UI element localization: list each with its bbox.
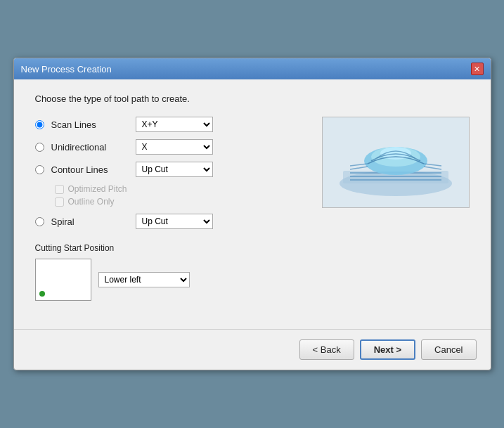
scan-lines-dropdown[interactable]: X+Y X Y <box>136 117 213 132</box>
scan-lines-row: Scan Lines X+Y X Y <box>35 117 308 132</box>
cutting-start-area: Lower left Lower right Upper left Upper … <box>35 259 308 301</box>
close-button[interactable]: ✕ <box>471 63 484 75</box>
dialog-title: New Process Creation <box>21 64 112 74</box>
dialog-window: New Process Creation ✕ Choose the type o… <box>13 58 491 370</box>
outline-only-label: Outline Only <box>68 197 115 207</box>
dialog-content: Choose the type of tool path to create. … <box>14 79 491 315</box>
scan-lines-label: Scan Lines <box>51 119 129 130</box>
prompt-text: Choose the type of tool path to create. <box>35 93 470 104</box>
spiral-label: Spiral <box>51 216 129 227</box>
main-area: Scan Lines X+Y X Y Unidirectional X Y <box>35 117 470 301</box>
dialog-footer: < Back Next > Cancel <box>14 329 491 370</box>
svg-line-9 <box>350 167 368 169</box>
contour-lines-radio[interactable] <box>35 165 44 174</box>
contour-lines-dropdown[interactable]: Up Cut Down Cut <box>136 162 213 177</box>
title-bar: New Process Creation ✕ <box>14 58 491 79</box>
outline-only-checkbox[interactable] <box>55 197 64 207</box>
spiral-dropdown[interactable]: Up Cut Down Cut <box>136 214 213 229</box>
scan-lines-radio[interactable] <box>35 120 44 129</box>
unidirectional-radio[interactable] <box>35 143 44 152</box>
preview-panel <box>322 117 470 301</box>
svg-line-10 <box>424 164 441 166</box>
cutting-start-dropdown[interactable]: Lower left Lower right Upper left Upper … <box>98 272 190 287</box>
optimized-pitch-row: Optimized Pitch <box>55 184 308 194</box>
contour-lines-label: Contour Lines <box>51 164 129 175</box>
cutting-start-title: Cutting Start Position <box>35 243 308 253</box>
options-panel: Scan Lines X+Y X Y Unidirectional X Y <box>35 117 308 301</box>
position-preview-box <box>35 259 91 301</box>
spiral-radio[interactable] <box>35 217 44 226</box>
toolpath-preview <box>322 117 470 208</box>
position-indicator-dot <box>39 291 45 297</box>
cutting-start-section: Cutting Start Position Lower left Lower … <box>35 243 308 301</box>
svg-line-8 <box>350 164 368 166</box>
optimized-pitch-label: Optimized Pitch <box>68 184 127 194</box>
unidirectional-label: Unidirectional <box>51 142 129 153</box>
svg-line-11 <box>424 167 441 169</box>
back-button[interactable]: < Back <box>299 339 354 360</box>
unidirectional-row: Unidirectional X Y <box>35 139 308 155</box>
preview-svg <box>329 120 463 205</box>
sub-options: Optimized Pitch Outline Only <box>55 184 308 207</box>
spiral-row: Spiral Up Cut Down Cut <box>35 214 308 229</box>
contour-lines-row: Contour Lines Up Cut Down Cut <box>35 162 308 177</box>
next-button[interactable]: Next > <box>360 339 415 360</box>
optimized-pitch-checkbox[interactable] <box>55 185 64 194</box>
cancel-button[interactable]: Cancel <box>421 339 476 360</box>
outline-only-row: Outline Only <box>55 197 308 207</box>
unidirectional-dropdown[interactable]: X Y <box>136 139 213 155</box>
